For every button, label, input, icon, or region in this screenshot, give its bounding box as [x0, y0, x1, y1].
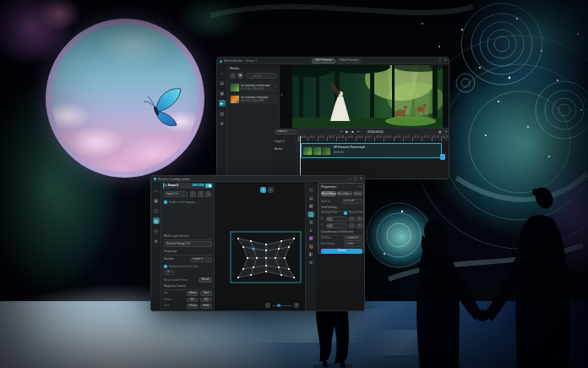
import-media-button[interactable]: ▣	[237, 73, 243, 79]
mapping-option-button[interactable]: Show	[187, 304, 199, 309]
strip-tool-icon[interactable]: ◰	[308, 187, 314, 193]
timeline-tool-button[interactable]: ▦	[438, 130, 442, 134]
media-list-item[interactable]: 4K Fantastic Fairy.mp4 00:02:05 | 1920×1…	[229, 94, 278, 104]
zoom-out-button[interactable]: –	[265, 303, 270, 308]
rail-tool-icon[interactable]: ◫	[153, 207, 160, 214]
stepper-slider[interactable]	[326, 223, 347, 228]
strip-tool-icon[interactable]: ≡	[308, 228, 314, 233]
strip-tool-icon[interactable]: ⚙	[308, 260, 314, 266]
input-nav-button[interactable]: ›	[198, 191, 204, 197]
butterfly-projection-circle	[46, 19, 204, 178]
mapping-option-button[interactable]: Vert	[200, 291, 212, 296]
screen-list-panel: ‹ Input 1 ▾ ‹›+ Enable virtual mapping ▭…	[161, 183, 215, 311]
stepper-slider[interactable]	[326, 217, 347, 222]
zoom-slider-thumb[interactable]	[277, 304, 280, 307]
input-nav-button[interactable]: +	[205, 191, 211, 197]
input-nav-button[interactable]: ‹	[190, 191, 196, 197]
collapse-panel-button[interactable]: —	[359, 185, 362, 189]
page-button-2[interactable]: 2	[268, 187, 274, 193]
stepper-minus-button[interactable]: –	[349, 223, 355, 228]
rail-tool-icon[interactable]: ▧	[219, 110, 226, 117]
replace-mesh-value-input[interactable]: 16	[164, 270, 174, 275]
minimize-button[interactable]: –	[350, 177, 351, 180]
strip-tool-icon[interactable]: ◧	[308, 251, 314, 257]
tab-mesh-editor[interactable]: Mesh Editor	[321, 191, 336, 196]
collapse-panel-handle[interactable]: ◂	[280, 93, 282, 96]
strip-tool-icon[interactable]: ▩	[308, 235, 314, 241]
track-type-selector[interactable]: Video ▾	[275, 129, 297, 135]
stepper-minus-button[interactable]: –	[349, 217, 355, 222]
rail-tool-icon[interactable]: ▤	[219, 80, 226, 86]
mapping-section-header[interactable]: Mapping Control	[164, 285, 212, 290]
minimize-button[interactable]: –	[434, 58, 436, 62]
mapping-option-button[interactable]: Horiz	[187, 291, 199, 296]
multilayer-selector[interactable]: Screen Group 1 ▾	[164, 241, 212, 247]
stepper-plus-button[interactable]: +	[357, 217, 362, 222]
mapping-option-button[interactable]: -90°	[200, 298, 212, 303]
projection-section-header[interactable]: Projection	[164, 250, 212, 255]
rail-tool-icon[interactable]: ▥	[153, 217, 160, 224]
strip-tool-icon[interactable]: ◫	[308, 211, 314, 217]
maximize-button[interactable]: ▢	[354, 177, 357, 180]
checkbox[interactable]	[164, 200, 167, 204]
square-grid-checkbox[interactable]	[344, 211, 347, 215]
media-search-input[interactable]	[246, 73, 277, 79]
zoom-in-button[interactable]: +	[294, 303, 299, 308]
rail-tool-icon[interactable]: ▦	[219, 90, 226, 96]
ruler-tick: 00:15	[441, 136, 449, 141]
chevron-down-icon[interactable]: ▾	[295, 148, 297, 151]
transport-button[interactable]: ▶	[346, 130, 348, 134]
rail-tool-icon[interactable]: ⌂	[219, 69, 226, 76]
rail-tool-icon[interactable]: ⚙	[219, 120, 226, 127]
maximize-button[interactable]: ▢	[438, 58, 442, 62]
media-list-item[interactable]: 4K Fantastic Forest.mp4 00:01:30 | 1920×…	[229, 82, 278, 92]
transport-button[interactable]: »	[357, 130, 359, 134]
tab-video-preview[interactable]: Video Preview	[337, 58, 361, 63]
tab-mesh-adjust[interactable]: Mesh Adjust	[337, 191, 352, 196]
rail-tool-icon[interactable]: ▦	[153, 197, 160, 204]
timeline-clip[interactable]: 4K Fantastic Forest.mp4 00:01:30	[301, 143, 442, 158]
fine-tuning-input[interactable]: 1.000	[344, 242, 362, 247]
reset-points-button[interactable]: Reset	[199, 277, 212, 283]
strip-tool-icon[interactable]: ▨	[308, 244, 314, 250]
close-button[interactable]: ✕	[360, 177, 362, 180]
multilayer-section-header[interactable]: Multi-Layer Screen	[164, 235, 212, 240]
transport-button[interactable]: «	[340, 130, 342, 134]
rail-tool-icon[interactable]: ►	[219, 100, 226, 107]
input-selector[interactable]: Input 1 ▾	[164, 191, 188, 197]
timeline-tool-button[interactable]: ✕	[445, 130, 448, 134]
page-button-1[interactable]: 1	[260, 187, 266, 193]
mapping-button-row: Rotate 90° -90°	[164, 298, 212, 303]
strip-tool-icon[interactable]: ▦	[308, 203, 314, 209]
mesh-to-selector[interactable]: 4 × 4 ▾	[342, 199, 362, 204]
ruler-tick: 00:08	[374, 136, 382, 141]
mapping-option-button[interactable]: 90°	[187, 298, 199, 303]
close-button[interactable]: ✕	[444, 58, 447, 62]
chevron-down-icon[interactable]: ▾	[295, 140, 297, 143]
apply-reset-button[interactable]: Reset	[321, 249, 362, 254]
rail-tool-icon[interactable]: ◳	[153, 228, 160, 234]
mapping-option-button[interactable]: Hide	[200, 304, 212, 309]
mesh-selected-point[interactable]	[253, 248, 255, 250]
ruler-tick: 00:12	[412, 136, 420, 141]
mesh-canvas[interactable]: 1 2	[215, 183, 305, 311]
timeline-ruler[interactable]: 00:0000:0100:0200:0300:0400:0500:0600:07…	[298, 136, 449, 141]
rail-tool-icon[interactable]: ⚙	[153, 238, 160, 244]
strip-tool-icon[interactable]: ▥	[308, 219, 314, 225]
strip-tool-icon[interactable]: ▤	[308, 195, 314, 201]
add-media-button[interactable]: +	[230, 73, 236, 79]
checkbox-label: Enable virtual mapping	[169, 201, 195, 204]
stepper-plus-button[interactable]: +	[357, 223, 362, 228]
clip-trim-handle[interactable]	[440, 154, 445, 160]
tab-define[interactable]: Define	[353, 191, 362, 196]
checkbox[interactable]	[164, 265, 167, 268]
screen-list-row[interactable]: ▭ Screen 4 1920×1080	[163, 183, 213, 189]
warp-mesh-editor[interactable]	[227, 228, 303, 286]
transport-button[interactable]: ■	[351, 130, 353, 134]
canvas-zoom-slider[interactable]	[272, 305, 292, 306]
screen-toggle[interactable]	[205, 184, 212, 188]
surface-selector[interactable]: Plane ▾	[190, 257, 212, 262]
tab-led-preview[interactable]: LED Preview	[312, 58, 335, 63]
set-point-selector[interactable]: Center ▾	[344, 236, 362, 241]
rail-tool-icon[interactable]: ⌂	[153, 187, 160, 194]
